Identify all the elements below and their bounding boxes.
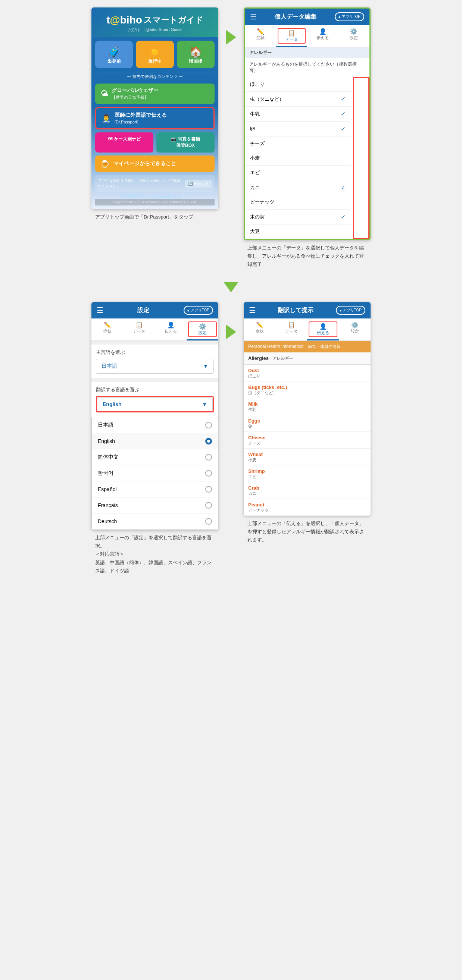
case-navi-button[interactable]: 🗺 ケース別ナビ xyxy=(95,132,153,153)
logo-subtitle: たびほ t@biho Smart Guide xyxy=(95,27,215,32)
translated-item-bugs: Bugs (ticks, etc.) 虫（ダニなど） xyxy=(244,382,371,398)
allergy-item-peanut[interactable]: ピーナッツ xyxy=(245,195,351,210)
screen4-settings-icon: ⚙️ xyxy=(340,321,369,329)
screen3-title: 設定 xyxy=(104,307,183,314)
screen4-app-top-button[interactable]: ● アプリTOP xyxy=(336,306,365,315)
check-egg: ✓ xyxy=(341,125,346,132)
check-milk: ✓ xyxy=(341,110,346,118)
storage-button[interactable]: 📷 写真＆書類保管BOX xyxy=(156,132,215,153)
tab-data[interactable]: 📋 データ xyxy=(276,25,307,47)
dropdown-english[interactable]: English xyxy=(92,433,218,449)
footer-notice: アプリを利用する前に、情報の更新について確認してください。 🔄 更新する xyxy=(95,175,215,192)
logo-tobiho: t@biho xyxy=(106,14,142,26)
main-lang-section: 主言語を選ぶ 日本語 ▼ xyxy=(91,345,218,378)
screen3-tab-symptom[interactable]: ✏️ 症状 xyxy=(91,318,123,340)
depart-icon: 🧳 xyxy=(98,46,130,58)
screen4-tab-tell[interactable]: 👤 伝える xyxy=(307,318,339,340)
screen4-tab-data[interactable]: 📋 データ xyxy=(276,318,307,340)
divider-text: ー 旅先で便利なコンテンツ ー xyxy=(95,72,215,81)
screen4-panel: ☰ 翻訳して提示 ● アプリTOP ✏️ 症状 📋 データ xyxy=(244,302,371,516)
mypage-button[interactable]: 🍺 マイページからできること xyxy=(95,156,215,172)
depart-label: 出発前 xyxy=(98,58,130,65)
translate-chevron-icon: ▼ xyxy=(202,401,207,407)
terms-link[interactable]: ▶ 利用規約はこちらから確認ください。 xyxy=(95,194,215,199)
screen3-settings-icon: ⚙️ xyxy=(190,323,215,330)
translated-allergy-list: Dust ほこり Bugs (ticks, etc.) 虫（ダニなど） Milk… xyxy=(244,365,371,516)
passport-button[interactable]: 👨‍⚕️ 医師に外国語で伝える[Dr.Passport] xyxy=(95,107,215,129)
logo-smart-guide: スマートガイド xyxy=(144,14,203,26)
allergy-item-milk[interactable]: 牛乳 ✓ xyxy=(245,107,351,122)
passport-label: 医師に外国語で伝える[Dr.Passport] xyxy=(115,112,167,124)
screen3-tab-settings[interactable]: ⚙️ 設定 xyxy=(186,318,218,340)
screen1-desc: アプリトップ画面で「Dr.Passport」をタップ xyxy=(91,209,218,225)
travel-icon: ☀️ xyxy=(139,46,170,58)
screen3-app-top-button[interactable]: ● アプリTOP xyxy=(183,306,213,315)
return-box[interactable]: 🏠 帰国後 xyxy=(177,41,215,68)
screen4-app-icon: ● xyxy=(339,309,342,312)
tab-settings[interactable]: ⚙️ 設定 xyxy=(338,25,370,47)
allergy-item-soy[interactable]: 大豆 xyxy=(245,224,351,239)
main-lang-label: 主言語を選ぶ xyxy=(96,349,214,356)
translate-lang-section: 翻訳する言語を選ぶ English ▼ xyxy=(91,382,218,417)
screen4-data-icon: 📋 xyxy=(277,321,306,329)
screen3-tab-data[interactable]: 📋 データ xyxy=(123,318,155,340)
screen4-menu-icon[interactable]: ☰ xyxy=(249,306,256,315)
data-icon: 📋 xyxy=(279,29,304,37)
screen3-menu-icon[interactable]: ☰ xyxy=(97,306,104,315)
screen4-symptom-icon: ✏️ xyxy=(245,321,274,329)
ph-info-bar: Personal Health Information 病気・体質の情報 xyxy=(244,341,371,352)
translate-lang-select[interactable]: English ▼ xyxy=(97,397,213,411)
dropdown-german[interactable]: Deutsch xyxy=(92,514,218,530)
allergy-item-wheat[interactable]: 小麦 xyxy=(245,151,351,165)
screen1-panel: t@biho スマートガイド たびほ t@biho Smart Guide 🧳 … xyxy=(91,8,218,209)
allergy-item-cheese[interactable]: チーズ xyxy=(245,137,351,151)
screen4-title: 翻訳して提示 xyxy=(256,307,336,314)
radio-spanish xyxy=(205,486,212,493)
return-label: 帰国後 xyxy=(180,58,212,65)
arrow-down-1 xyxy=(223,278,239,296)
arrow-right-1 xyxy=(226,8,236,45)
dropdown-french[interactable]: Français xyxy=(92,498,218,514)
allergy-item-mushi[interactable]: 虫（ダニなど） ✓ xyxy=(245,92,351,107)
dropdown-chinese[interactable]: 简体中文 xyxy=(92,449,218,465)
tab-symptom[interactable]: ✏️ 症状 xyxy=(245,25,276,47)
allergy-item-egg[interactable]: 卵 ✓ xyxy=(245,122,351,137)
tab-tell[interactable]: 👤 伝える xyxy=(307,25,338,47)
depart-box[interactable]: 🧳 出発前 xyxy=(95,41,133,68)
screen4-tab-settings[interactable]: ⚙️ 設定 xyxy=(339,318,371,340)
allergy-item-shrimp[interactable]: エビ xyxy=(245,165,351,180)
arrow-right-2 xyxy=(226,302,236,339)
radio-french xyxy=(205,502,212,509)
allergies-header: Allergies アレルギー xyxy=(244,352,371,365)
travel-label: 旅行中 xyxy=(139,58,170,65)
screen2-panel: ☰ 個人データ編集 ● アプリTOP ✏️ 症状 📋 xyxy=(244,8,371,240)
menu-icon[interactable]: ☰ xyxy=(250,12,257,21)
weather-button[interactable]: 🌤 グローバルウェザー【世界の天気予報】 xyxy=(95,84,215,104)
main-lang-select[interactable]: 日本語 ▼ xyxy=(96,359,214,374)
check-mushi: ✓ xyxy=(341,95,346,103)
return-icon: 🏠 xyxy=(180,46,212,58)
screen2-title: 個人データ編集 xyxy=(257,13,335,21)
dropdown-spanish[interactable]: Español xyxy=(92,481,218,498)
screen4-header: ☰ 翻訳して提示 ● アプリTOP xyxy=(244,302,371,318)
screen4-tab-symptom[interactable]: ✏️ 症状 xyxy=(244,318,276,340)
allergy-item-hokori[interactable]: ほこり xyxy=(245,77,351,92)
app-top-button[interactable]: ● アプリTOP xyxy=(335,12,364,21)
screen2-tabbar: ✏️ 症状 📋 データ 👤 伝える ⚙️ xyxy=(245,25,370,47)
update-button[interactable]: 🔄 更新する xyxy=(185,180,212,188)
travel-box[interactable]: ☀️ 旅行中 xyxy=(136,41,174,68)
translated-item-eggs: Eggs 卵 xyxy=(244,415,371,432)
allergy-item-nuts[interactable]: 木の実 ✓ xyxy=(245,210,351,224)
dropdown-nihongo[interactable]: 日本語 xyxy=(92,417,218,433)
translated-item-peanut: Peanut ピーナッツ xyxy=(244,499,371,516)
screen2-header: ☰ 個人データ編集 ● アプリTOP xyxy=(245,9,370,25)
screen3-tab-tell[interactable]: 👤 伝える xyxy=(155,318,186,340)
allergy-item-crab[interactable]: カニ ✓ xyxy=(245,180,351,195)
radio-chinese xyxy=(205,454,212,461)
copyright-text: Copyright 2016 (c) JI Accident & Fire In… xyxy=(95,199,215,205)
translated-item-shrimp: Shrimp エビ xyxy=(244,465,371,482)
dropdown-korean[interactable]: 한국어 xyxy=(92,465,218,481)
screen3-tabbar: ✏️ 症状 📋 データ 👤 伝える ⚙️ 設定 xyxy=(91,318,218,341)
allergy-instruction: アレルギーがあるものを選択してください（複数選択可） xyxy=(245,58,370,77)
translate-lang-label: 翻訳する言語を選ぶ xyxy=(96,387,214,393)
